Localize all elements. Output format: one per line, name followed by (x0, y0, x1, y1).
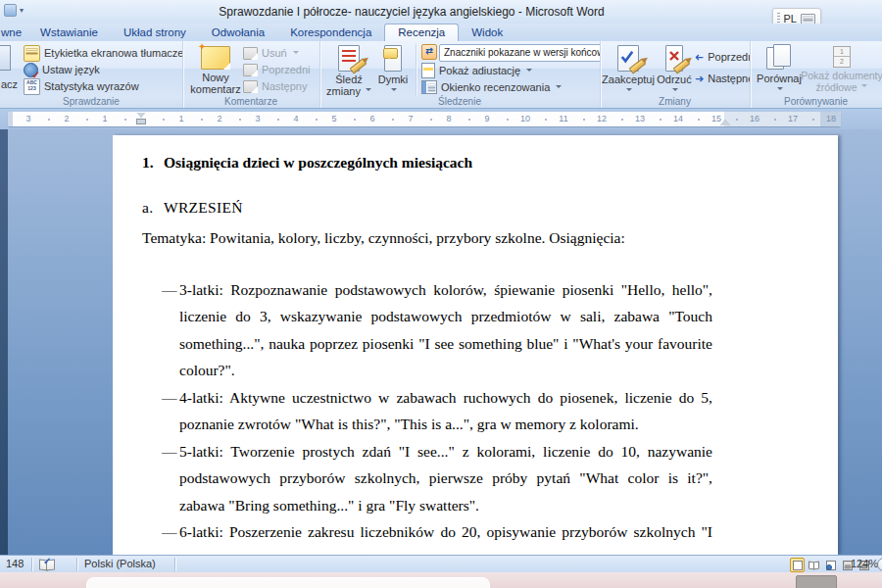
reviewing-pane-icon (421, 80, 437, 94)
screentip-button[interactable]: Etykietka ekranowa tłumaczenia (24, 45, 183, 61)
tab-wstawianie[interactable]: Wstawianie (27, 24, 111, 41)
horizontal-ruler[interactable]: 321123456789101112131415161718 (8, 112, 841, 126)
ruler-number: 13 (635, 114, 645, 123)
track-changes-button[interactable]: Śledźzmiany (325, 43, 372, 97)
spellcheck-status-icon[interactable]: ✓ (39, 558, 54, 569)
delete-comment-label: Usuń (262, 47, 287, 59)
ruler-dot (86, 119, 88, 121)
ruler-dot (698, 119, 700, 121)
set-language-label: Ustaw język (42, 64, 100, 75)
reject-change-button[interactable]: Odrzuć (655, 43, 694, 97)
previous-comment-icon (243, 64, 258, 76)
screentip-label: Etykietka ekranowa tłumaczenia (44, 47, 183, 59)
tab-widok[interactable]: Widok (459, 24, 515, 41)
show-source-documents-button[interactable]: 12 Pokaż dokumentyźródłowe (805, 43, 879, 93)
ruler-number: 14 (673, 114, 683, 123)
zoom-level[interactable]: 124% (851, 558, 878, 569)
document-area: 1. Osiągnięcia dzieci w poszczególnych m… (0, 129, 882, 555)
set-language-button[interactable]: Ustaw język (24, 62, 100, 77)
delete-comment-button[interactable]: Usuń (243, 45, 299, 61)
tab-home-clipped[interactable]: wne (0, 24, 27, 41)
reviewing-pane-button[interactable]: Okienko recenzowania (421, 79, 562, 95)
ruler-dot (621, 119, 623, 121)
ruler-number: 10 (520, 114, 530, 123)
ribbon: acz Etykietka ekranowa tłumaczenia Ustaw… (0, 41, 882, 109)
ruler-dot (316, 119, 318, 121)
group-zmiany: Zaakceptuj Odrzuć ➜ Poprzednie ➜ Następn… (600, 41, 751, 108)
tab-odwolania[interactable]: Odwołania (199, 24, 277, 41)
previous-comment-button[interactable]: Poprzedni (243, 62, 311, 77)
balloons-button[interactable]: Dymki (374, 43, 412, 97)
previous-change-button[interactable]: ➜ Poprzednie (695, 49, 751, 65)
intro-paragraph: Tematyka: Powitania, kolory, liczby, czy… (142, 224, 720, 252)
translate-icon-clipped[interactable] (0, 45, 11, 71)
document-subheading: a. WRZESIEŃ (142, 194, 720, 221)
group-label-porownywanie: Porównywanie (750, 96, 882, 107)
ruler-dot (468, 119, 470, 121)
list-item-text: 6-latki: Poszerzenie zakresu liczebników… (179, 523, 712, 555)
word-window: ▾ Sprawozdanie I półrocze- nauczyciel ję… (0, 0, 882, 588)
dropdown-arrow-icon (672, 88, 678, 94)
track-changes-icon (338, 45, 360, 72)
list-item: —4-latki: Aktywne uczestnictwo w zabawac… (162, 384, 720, 438)
dropdown-arrow-icon (626, 88, 632, 94)
word-count-label: Statystyka wyrazów (44, 80, 139, 92)
next-change-label: Następne (708, 73, 751, 84)
next-change-icon: ➜ (695, 73, 704, 84)
heading-number: 1. (142, 149, 164, 176)
ruler-dot (430, 119, 432, 121)
word-count-fragment[interactable]: 148 (6, 558, 24, 569)
group-sprawdzanie: acz Etykietka ekranowa tłumaczenia Ustaw… (0, 41, 183, 108)
next-change-button[interactable]: ➜ Następne (695, 71, 751, 86)
view-print-layout-button[interactable] (790, 558, 805, 572)
list-dash: — (162, 276, 177, 304)
document-page[interactable]: 1. Osiągnięcia dzieci w poszczególnych m… (113, 135, 838, 555)
screentip-icon (24, 45, 40, 62)
ruler-dot (163, 119, 165, 121)
source-documents-icon: 12 (833, 46, 851, 68)
keyboard-icon[interactable] (801, 14, 815, 24)
ruler-dot (736, 119, 738, 121)
ruler-row: 321123456789101112131415161718 (0, 109, 882, 129)
show-markup-button[interactable]: Pokaż adiustację (421, 63, 532, 78)
list-item: —5-latki: Tworzenie prostych zdań "I see… (162, 438, 720, 519)
title-bar: ▾ Sprawozdanie I półrocze- nauczyciel ję… (0, 0, 882, 24)
reviewing-pane-label: Okienko recenzowania (441, 81, 550, 93)
dropdown-arrow-icon (366, 88, 371, 94)
new-comment-button[interactable]: ✦ Nowykomentarz (190, 43, 241, 95)
ruler-dot (507, 119, 509, 121)
status-language-button[interactable]: Polski (Polska) (84, 558, 156, 569)
translate-button-clipped[interactable]: acz (1, 78, 18, 90)
compare-button[interactable]: Porównaj (756, 43, 803, 96)
list-item-text: 4-latki: Aktywne uczestnictwo w zabawach… (179, 389, 712, 433)
display-for-review-combo[interactable]: Znaczniki pokazane w wersji końcowej (439, 44, 601, 62)
delete-comment-icon (243, 47, 258, 60)
ruler-number: 3 (25, 114, 30, 123)
dropdown-arrow-icon (391, 88, 397, 94)
list-dash: — (162, 438, 177, 466)
indent-marker[interactable] (136, 113, 146, 124)
ruler-dot (201, 119, 203, 121)
ruler-number: 18 (826, 114, 836, 123)
view-web-layout-button[interactable] (823, 558, 838, 572)
ruler-number: 5 (331, 114, 336, 123)
tab-uklad-strony[interactable]: Układ strony (111, 24, 199, 41)
ruler-dot (277, 119, 279, 121)
accept-change-button[interactable]: Zaakceptuj (604, 43, 653, 97)
desktop-taskbar-fragment (796, 575, 837, 588)
next-comment-label: Następny (262, 80, 307, 92)
word-count-button[interactable]: ABC123 Statystyka wyrazów (24, 78, 139, 94)
status-bar: 148 ✓ Polski (Polska) 124% (0, 555, 882, 573)
group-sledzenie: Śledźzmiany Dymki ⇄ Znaczniki pokazane w… (319, 41, 601, 108)
right-indent-marker[interactable] (720, 120, 730, 125)
list-dash: — (162, 384, 177, 412)
tab-recenzja[interactable]: Recenzja (384, 24, 459, 41)
ruler-dot (48, 119, 50, 121)
show-markup-label: Pokaż adiustację (439, 65, 520, 76)
view-fullscreen-button[interactable] (807, 558, 821, 572)
next-comment-button[interactable]: Następny (243, 78, 307, 94)
tab-korespondencja[interactable]: Korespondencja (277, 24, 384, 41)
compare-icon (766, 44, 792, 71)
ribbon-tab-row: wne Wstawianie Układ strony Odwołania Ko… (0, 24, 882, 41)
document-content: 1. Osiągnięcia dzieci w poszczególnych m… (113, 135, 838, 555)
